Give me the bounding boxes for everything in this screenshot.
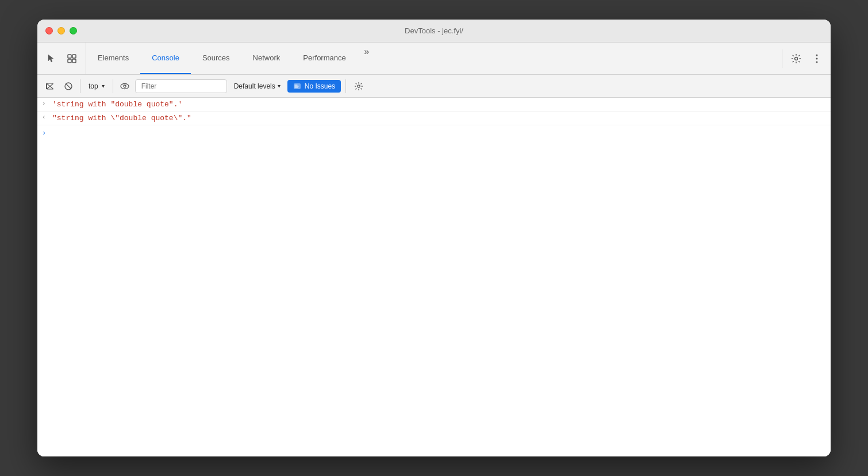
- toolbar-icons: [37, 43, 86, 74]
- console-toolbar: top ▾ Default levels ▾ No I: [37, 75, 831, 98]
- block-icon-button[interactable]: [60, 78, 76, 94]
- default-levels-button[interactable]: Default levels ▾: [229, 80, 285, 93]
- more-options-button[interactable]: [808, 49, 826, 68]
- console-divider: [80, 79, 80, 93]
- console-line: › 'string with "double quote".': [37, 98, 831, 112]
- console-output: › 'string with "double quote".' ‹ "strin…: [37, 98, 831, 456]
- settings-button[interactable]: [787, 49, 805, 68]
- chevron-down-icon: ▾: [102, 83, 105, 89]
- main-toolbar: Elements Console Sources Network Perform…: [37, 43, 831, 75]
- cursor-icon-button[interactable]: [42, 49, 60, 68]
- svg-point-13: [124, 85, 126, 87]
- console-input[interactable]: [49, 129, 826, 138]
- svg-rect-3: [72, 59, 76, 63]
- expand-arrow[interactable]: ›: [42, 100, 49, 107]
- tab-performance[interactable]: Performance: [291, 43, 357, 74]
- devtools-window: DevTools - jec.fyi/: [37, 20, 831, 456]
- svg-line-11: [66, 83, 71, 89]
- svg-point-4: [795, 57, 798, 60]
- console-settings-button[interactable]: [351, 78, 367, 94]
- minimize-button[interactable]: [57, 27, 65, 34]
- inspector-icon-button[interactable]: [63, 49, 81, 68]
- svg-marker-8: [47, 83, 53, 89]
- close-button[interactable]: [45, 27, 53, 34]
- levels-chevron-icon: ▾: [278, 83, 281, 89]
- console-line: ‹ "string with \"double quote\".": [37, 112, 831, 125]
- svg-point-6: [816, 57, 818, 59]
- svg-point-12: [121, 83, 129, 89]
- toolbar-right: [775, 43, 831, 74]
- console-prompt: ›: [37, 125, 831, 141]
- svg-rect-9: [46, 83, 47, 89]
- context-selector[interactable]: top ▾: [84, 80, 109, 93]
- maximize-button[interactable]: [70, 27, 77, 34]
- console-text: 'string with "double quote".': [52, 100, 826, 109]
- more-tabs-button[interactable]: »: [358, 43, 376, 61]
- svg-point-15: [358, 85, 360, 87]
- back-arrow[interactable]: ‹: [42, 114, 49, 121]
- no-issues-button[interactable]: No Issues: [287, 80, 341, 93]
- console-divider2: [113, 79, 113, 93]
- prompt-arrow-icon: ›: [42, 129, 46, 137]
- console-text: "string with \"double quote\".": [52, 114, 826, 122]
- tab-elements[interactable]: Elements: [86, 43, 140, 74]
- clear-console-button[interactable]: [42, 78, 58, 94]
- traffic-lights: [45, 27, 77, 34]
- svg-rect-2: [68, 59, 71, 63]
- devtools-panel: Elements Console Sources Network Perform…: [37, 43, 831, 456]
- tab-network[interactable]: Network: [241, 43, 292, 74]
- divider: [782, 49, 782, 68]
- svg-point-7: [816, 61, 818, 63]
- tab-sources[interactable]: Sources: [191, 43, 241, 74]
- console-divider3: [345, 79, 346, 93]
- filter-input[interactable]: [135, 79, 227, 93]
- tabs: Elements Console Sources Network Perform…: [86, 43, 775, 74]
- window-title: DevTools - jec.fyi/: [405, 26, 463, 35]
- svg-rect-0: [68, 55, 71, 58]
- tab-console[interactable]: Console: [140, 43, 191, 74]
- svg-rect-1: [72, 55, 76, 58]
- svg-point-5: [816, 54, 818, 56]
- title-bar: DevTools - jec.fyi/: [37, 20, 831, 43]
- eye-icon-button[interactable]: [117, 78, 133, 94]
